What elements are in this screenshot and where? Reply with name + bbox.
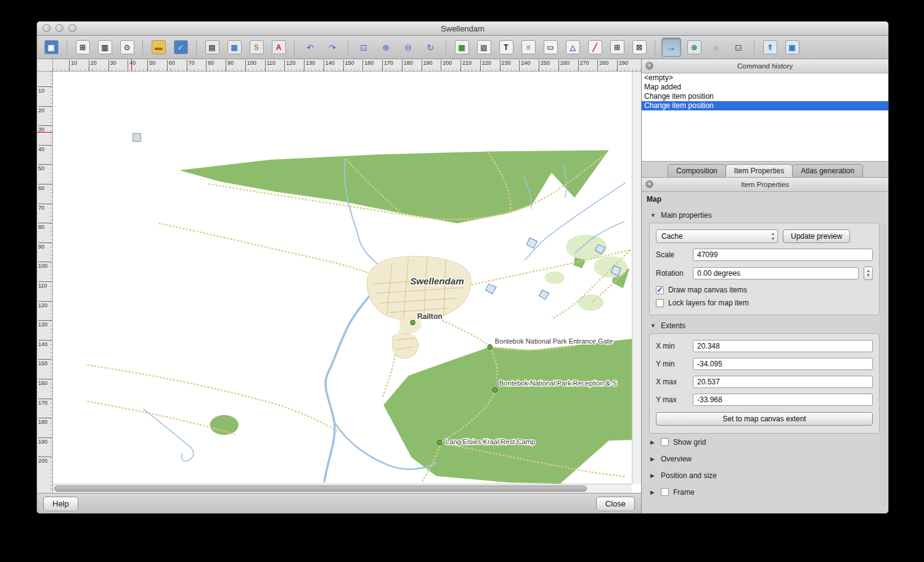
close-button[interactable]: Close [596, 497, 635, 511]
v-ruler-number: 110 [38, 281, 52, 289]
zoom-full-extent-icon: ⊡ [358, 41, 370, 54]
add-scalebar-icon[interactable]: ▭ [541, 38, 560, 56]
zoom-window-icon[interactable] [68, 24, 76, 32]
close-panel-icon[interactable] [645, 180, 653, 188]
composer-canvas[interactable]: SwellendamRailtonBontebok National Park … [53, 72, 641, 493]
h-ruler-number: 40 [128, 60, 136, 71]
rotation-spinner[interactable] [864, 267, 873, 280]
show-grid-checkbox[interactable] [661, 438, 669, 446]
h-ruler-number: 160 [362, 60, 374, 71]
history-item[interactable]: Change item position [642, 101, 888, 110]
new-composition-icon[interactable]: ⊞ [73, 38, 92, 56]
set-to-map-canvas-extent-button[interactable]: Set to map canvas extent [656, 412, 873, 426]
save-as-template-icon[interactable]: ✓ [171, 38, 190, 56]
edit-nodes-item-icon[interactable]: ○ [707, 38, 726, 56]
show-grid-section[interactable]: Show grid [650, 434, 880, 450]
zoom-to-item-icon[interactable]: ⊡ [729, 38, 748, 56]
add-html-frame-icon[interactable]: ⊠ [630, 38, 648, 56]
map-item[interactable]: SwellendamRailtonBontebok National Park … [53, 72, 632, 484]
undo-icon[interactable]: ↶ [301, 38, 319, 56]
x-min-input[interactable]: 20.348 [693, 340, 873, 352]
move-item-content-icon[interactable]: ⊕ [685, 38, 703, 56]
composer-manager-icon[interactable]: ⊙ [118, 38, 136, 56]
disclosure-closed-icon[interactable] [650, 473, 656, 479]
toolbar-separator [348, 40, 348, 55]
horizontal-scrollbar-thumb[interactable] [54, 486, 587, 492]
frame-section[interactable]: Frame [650, 484, 880, 500]
v-ruler-number: 150 [38, 359, 52, 366]
y-max-label: Y max [656, 395, 688, 404]
move-item-content-icon: ⊕ [687, 40, 701, 54]
item-properties-panel: Map Main properties Cache Update preview [642, 192, 888, 514]
duplicate-composition-icon[interactable]: ▥ [96, 38, 114, 56]
add-new-map-icon: ▦ [455, 40, 469, 54]
position-and-size-section[interactable]: Position and size [650, 467, 880, 484]
refresh-view-icon[interactable]: ↻ [421, 38, 440, 56]
open-folder-icon[interactable]: ▬ [149, 38, 168, 56]
cache-dropdown-value: Cache [661, 232, 683, 241]
small-item-handle[interactable] [133, 133, 141, 141]
minimize-window-icon[interactable] [55, 24, 63, 32]
disclosure-open-icon[interactable] [650, 212, 656, 218]
titlebar[interactable]: Swellendam [37, 22, 888, 36]
zoom-in-icon[interactable]: ⊕ [377, 38, 395, 56]
redo-icon: ↷ [326, 41, 339, 54]
history-item[interactable]: Change item position [642, 92, 888, 101]
history-item[interactable]: Map added [642, 83, 888, 92]
add-attribute-table-icon[interactable]: ⊞ [608, 38, 626, 56]
redo-icon[interactable]: ↷ [323, 38, 341, 56]
dropdown-arrows-icon [771, 231, 775, 241]
disclosure-open-icon[interactable] [650, 323, 656, 329]
rotation-input[interactable]: 0.00 degrees [693, 267, 859, 279]
export-image-icon[interactable]: ▦ [225, 38, 243, 56]
toolbar-separator [67, 40, 67, 55]
toolbar-separator [142, 40, 143, 55]
v-ruler-number: 170 [38, 399, 52, 406]
help-button[interactable]: Help [43, 497, 78, 511]
y-max-input[interactable]: -33.968 [693, 394, 873, 406]
tab-atlas-generation[interactable]: Atlas generation [792, 164, 863, 177]
add-shape-icon[interactable]: △ [563, 38, 582, 56]
group-items-icon[interactable]: ▣ [783, 38, 801, 56]
tab-composition[interactable]: Composition [668, 164, 726, 177]
y-min-input[interactable]: -34.095 [693, 358, 873, 370]
scale-input[interactable]: 47099 [693, 249, 873, 261]
disclosure-closed-icon[interactable] [650, 439, 656, 445]
add-image-icon[interactable]: ▨ [475, 38, 493, 56]
add-arrow-icon[interactable]: ╱ [586, 38, 604, 56]
disclosure-closed-icon[interactable] [650, 489, 656, 495]
bottom-bar: Help Close [37, 493, 641, 514]
close-panel-icon[interactable] [645, 62, 653, 70]
history-item[interactable]: <empty> [642, 73, 888, 83]
close-window-icon[interactable] [43, 24, 51, 32]
panel-scrollbar[interactable] [880, 223, 887, 506]
h-ruler-number: 50 [147, 60, 155, 71]
draw-map-canvas-items-checkbox[interactable] [656, 286, 664, 294]
raise-items-icon[interactable]: ⇑ [761, 38, 779, 56]
overview-label: Overview [661, 455, 692, 463]
add-label-icon[interactable]: T [497, 38, 515, 56]
zoom-full-extent-icon[interactable]: ⊡ [354, 38, 373, 56]
add-new-map-icon[interactable]: ▦ [452, 38, 471, 56]
vertical-scrollbar[interactable] [632, 72, 641, 484]
map-label: Bontebok National Park Entrance Gate [495, 337, 613, 345]
add-legend-icon[interactable]: ≡ [519, 38, 538, 56]
save-icon[interactable]: ▣ [42, 38, 60, 56]
lock-layers-checkbox[interactable] [656, 299, 664, 307]
export-pdf-icon[interactable]: A [269, 38, 288, 56]
horizontal-scrollbar[interactable] [53, 484, 632, 493]
export-svg-icon[interactable]: S [247, 38, 266, 56]
overview-section[interactable]: Overview [650, 450, 880, 467]
x-max-input[interactable]: 20.537 [693, 376, 873, 388]
print-icon[interactable]: ▤ [203, 38, 221, 56]
frame-checkbox[interactable] [661, 488, 669, 496]
select-move-item-icon[interactable]: → [661, 38, 681, 57]
v-ruler-number: 140 [38, 340, 52, 347]
item-properties-header: Item Properties [642, 178, 888, 192]
edit-nodes-item-icon: ○ [710, 41, 723, 54]
disclosure-closed-icon[interactable] [650, 456, 656, 462]
cache-dropdown[interactable]: Cache [656, 229, 778, 243]
zoom-out-icon[interactable]: ⊖ [399, 38, 417, 56]
tab-item-properties[interactable]: Item Properties [726, 164, 793, 177]
update-preview-button[interactable]: Update preview [783, 229, 850, 243]
